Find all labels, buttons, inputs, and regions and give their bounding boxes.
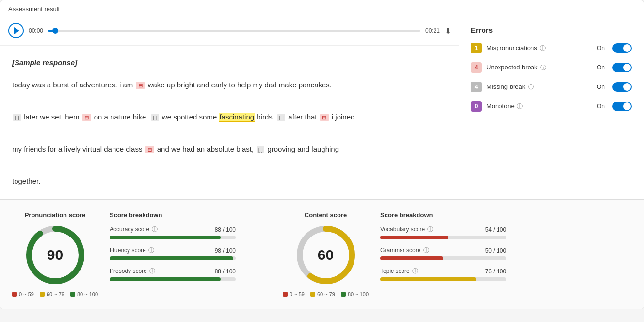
audio-progress-thumb [52,28,58,34]
content-legend-label-mid: 60 ~ 79 [317,291,335,297]
accuracy-score-row: Accuracy score ⓘ 88 / 100 [110,225,236,239]
monotone-info-icon[interactable]: ⓘ [517,103,523,110]
vertical-divider [259,211,259,297]
content-legend-dot-high [341,292,346,297]
monotone-label: Monotone ⓘ [486,102,592,111]
prosody-label: Prosody score ⓘ [110,267,155,275]
play-button[interactable] [8,23,24,38]
text-body: today was a burst of adventures. i am ⊟ … [12,77,447,189]
text-line3-mid: and we had an absolute blast, [157,145,256,153]
unexpected-break-badge: 4 [471,62,482,73]
legend-dot-mid [40,292,45,297]
legend-label-low: 0 ~ 59 [19,291,34,297]
monotone-toggle[interactable] [612,102,632,111]
content-breakdown: Score breakdown Vocabulary score ⓘ 54 / … [380,211,506,297]
topic-info-icon[interactable]: ⓘ [412,268,418,274]
missing-break-badge: 4 [471,82,482,92]
play-icon [14,27,19,34]
missing-break-info-icon[interactable]: ⓘ [528,84,534,90]
fluency-bar-fill [110,256,233,260]
topic-label: Topic score ⓘ [380,267,418,275]
content-legend-item-mid: 60 ~ 79 [310,291,335,297]
topic-value: 76 / 100 [485,268,506,275]
text-line1-end: wake up bright and early to help my dad … [148,81,332,89]
content-legend-dot-low [283,292,288,297]
unexpected-break-info-icon[interactable]: ⓘ [540,64,546,71]
pronunciation-legend: 0 ~ 59 60 ~ 79 80 ~ 100 [12,291,98,297]
topic-bar-track [380,277,506,281]
mispronunciations-toggle-label: On [597,45,605,51]
prosody-score-row: Prosody score ⓘ 88 / 100 [110,267,236,281]
missing-break-toggle[interactable] [612,82,632,92]
error-row-monotone: 0 Monotone ⓘ On [471,101,632,112]
grammar-info-icon[interactable]: ⓘ [423,247,429,254]
errors-title: Errors [471,26,632,34]
vocabulary-score-row: Vocabulary score ⓘ 54 / 100 [380,225,506,239]
content-legend-dot-mid [310,292,315,297]
legend-item-high: 80 ~ 100 [70,291,98,297]
pronunciation-breakdown: Score breakdown Accuracy score ⓘ 88 / 10… [110,211,236,288]
mispronunciations-info-icon[interactable]: ⓘ [540,45,546,51]
missing-break-1: [ ] [13,114,21,121]
accuracy-info-icon[interactable]: ⓘ [152,226,158,233]
pronunciation-score-block: Pronunciation score 90 0 ~ 59 [12,211,236,297]
unexpected-break-toggle-label: On [597,64,605,71]
text-line4: together. [12,177,40,185]
legend-item-low: 0 ~ 59 [12,291,34,297]
content-legend-item-low: 0 ~ 59 [283,291,305,297]
legend-dot-high [70,292,75,297]
missing-break-toggle-label: On [597,84,605,90]
fluency-score-row: Fluency score ⓘ 98 / 100 [110,246,236,260]
vocabulary-bar-track [380,236,506,239]
content-breakdown-title: Score breakdown [380,211,506,219]
time-end: 00:21 [425,27,440,34]
pronunciation-breakdown-title: Score breakdown [110,211,236,219]
grammar-bar-track [380,256,506,260]
audio-progress-track[interactable] [48,30,420,32]
vocabulary-bar-fill [380,236,448,239]
missing-break-label: Missing break ⓘ [486,83,592,91]
text-line3-end: grooving and laughing [267,145,339,153]
text-line2-end: i joined [332,113,355,121]
mispronunciations-label: Mispronunciations ⓘ [486,44,592,52]
content-score-block: Content score 60 0 ~ 59 [283,211,632,297]
audio-bar: 00:00 00:21 ⬇ [0,16,459,46]
accuracy-value: 88 / 100 [215,226,236,233]
text-content: [Sample response] today was a burst of a… [0,46,459,199]
pronunciation-donut-chart: 90 [24,223,87,287]
error-row-missing-break: 4 Missing break ⓘ On [471,82,632,92]
topic-bar-fill [380,277,476,281]
download-button[interactable]: ⬇ [445,26,451,35]
text-line2-mid2: we spotted some [162,113,219,121]
accuracy-label: Accuracy score ⓘ [110,225,158,234]
prosody-info-icon[interactable]: ⓘ [149,268,155,274]
legend-dot-low [12,292,17,297]
fluency-label: Fluency score ⓘ [110,246,154,254]
text-line2-after: after that [288,113,319,121]
prosody-value: 88 / 100 [215,268,236,275]
legend-label-mid: 60 ~ 79 [47,291,64,297]
fluency-info-icon[interactable]: ⓘ [148,247,154,254]
mispronunciations-toggle[interactable] [612,43,632,53]
accuracy-bar-track [110,236,236,239]
text-line2-mid1: on a nature hike. [94,113,150,121]
mispronunciations-badge: 1 [471,43,482,53]
page-title: Assessment result [0,0,644,16]
text-line2-start: later we set them [24,113,81,121]
unexpected-break-1: ⊟ [136,82,145,89]
vocabulary-info-icon[interactable]: ⓘ [427,226,433,233]
assessment-container: Assessment result 00:00 00:21 ⬇ [Sample … [0,0,644,309]
unexpected-break-toggle[interactable] [612,63,632,72]
pronunciation-donut-area: Pronunciation score 90 0 ~ 59 [12,211,98,297]
prosody-bar-track [110,277,236,281]
content-legend-label-low: 0 ~ 59 [290,291,305,297]
monotone-toggle-label: On [597,103,605,110]
missing-break-2: [ ] [151,114,159,121]
content-legend: 0 ~ 59 60 ~ 79 80 ~ 100 [283,291,369,297]
left-panel: 00:00 00:21 ⬇ [Sample response] today wa… [0,16,459,199]
monotone-badge: 0 [471,101,482,112]
content-donut-area: Content score 60 0 ~ 59 [283,211,369,297]
vocabulary-value: 54 / 100 [485,226,506,233]
legend-label-high: 80 ~ 100 [77,291,98,297]
unexpected-break-3: ⊟ [320,114,329,121]
